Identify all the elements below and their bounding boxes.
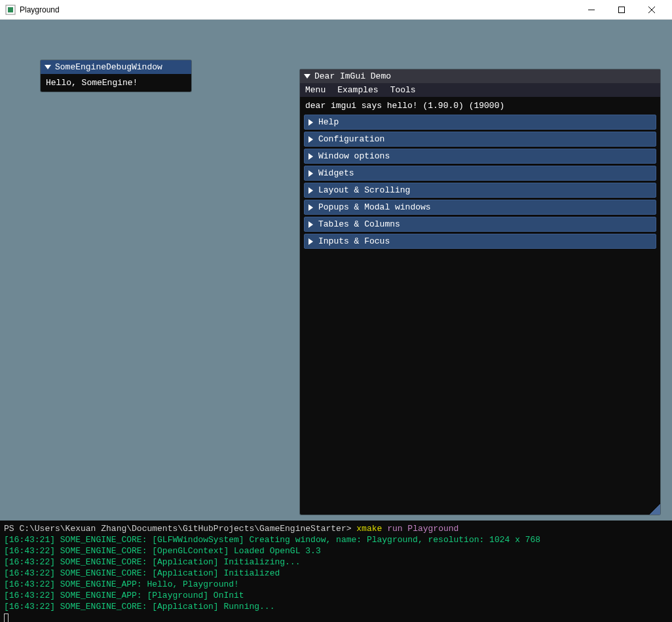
- demo-menubar: Menu Examples Tools: [300, 83, 660, 97]
- tree-header-label: Widgets: [318, 168, 354, 178]
- svg-rect-3: [619, 7, 625, 12]
- expand-icon: [308, 119, 313, 126]
- tree-header-window-options[interactable]: Window options: [304, 149, 656, 164]
- tree-header-popups-modal[interactable]: Popups & Modal windows: [304, 200, 656, 215]
- terminal-args: run Playground: [387, 524, 458, 534]
- app-icon: [5, 5, 16, 15]
- demo-window-title: Dear ImGui Demo: [314, 71, 391, 81]
- tree-header-label: Help: [318, 117, 339, 127]
- demo-window-body: dear imgui says hello! (1.90.0) (19000) …: [300, 97, 660, 253]
- demo-window[interactable]: Dear ImGui Demo Menu Examples Tools dear…: [300, 69, 660, 515]
- resize-grip[interactable]: [650, 504, 660, 515]
- terminal[interactable]: PS C:\Users\Kexuan Zhang\Documents\GitHu…: [0, 521, 672, 622]
- tree-header-label: Popups & Modal windows: [318, 202, 431, 212]
- menu-item-tools[interactable]: Tools: [390, 85, 416, 95]
- tree-header-label: Layout & Scrolling: [318, 185, 410, 195]
- close-button[interactable]: [637, 0, 667, 20]
- terminal-log-line: [16:43:22] SOME_ENGINE_CORE: [Applicatio…: [4, 568, 280, 578]
- tree-header-label: Tables & Columns: [318, 219, 400, 229]
- terminal-command: xmake: [356, 524, 382, 534]
- maximize-button[interactable]: [607, 0, 637, 20]
- tree-header-label: Window options: [318, 151, 390, 161]
- expand-icon: [308, 187, 313, 194]
- minimize-button[interactable]: [576, 0, 607, 20]
- menu-item-menu[interactable]: Menu: [305, 85, 326, 95]
- expand-icon: [308, 238, 313, 245]
- collapse-icon[interactable]: [45, 65, 51, 69]
- terminal-log-line: [16:43:22] SOME_ENGINE_CORE: [Applicatio…: [4, 557, 300, 567]
- debug-window-titlebar[interactable]: SomeEngineDebugWindow: [41, 60, 191, 74]
- tree-header-help[interactable]: Help: [304, 115, 656, 130]
- tree-header-label: Configuration: [318, 134, 384, 144]
- svg-rect-1: [8, 7, 13, 12]
- terminal-log-line: [16:43:22] SOME_ENGINE_CORE: [OpenGLCont…: [4, 546, 321, 556]
- tree-header-inputs-focus[interactable]: Inputs & Focus: [304, 234, 656, 249]
- demo-greeting: dear imgui says hello! (1.90.0) (19000): [304, 100, 656, 115]
- viewport: SomeEngineDebugWindow Hello, SomeEngine!…: [0, 20, 672, 521]
- terminal-log-line: [16:43:22] SOME_ENGINE_APP: Hello, Playg…: [4, 579, 239, 589]
- expand-icon: [308, 204, 313, 211]
- os-titlebar: Playground: [0, 0, 672, 20]
- expand-icon: [308, 136, 313, 143]
- terminal-log-line: [16:43:22] SOME_ENGINE_APP: [Playground]…: [4, 591, 244, 600]
- terminal-cursor: [4, 613, 9, 622]
- window-title: Playground: [20, 5, 60, 14]
- terminal-log-line: [16:43:21] SOME_ENGINE_CORE: [GLFWWindow…: [4, 535, 540, 545]
- debug-window-title: SomeEngineDebugWindow: [55, 62, 162, 72]
- tree-header-tables-columns[interactable]: Tables & Columns: [304, 217, 656, 232]
- expand-icon: [308, 153, 313, 160]
- tree-header-label: Inputs & Focus: [318, 236, 390, 246]
- tree-header-layout-scrolling[interactable]: Layout & Scrolling: [304, 183, 656, 198]
- expand-icon: [308, 221, 313, 228]
- collapse-icon[interactable]: [304, 74, 310, 79]
- debug-window[interactable]: SomeEngineDebugWindow Hello, SomeEngine!: [41, 60, 191, 92]
- debug-window-body: Hello, SomeEngine!: [41, 74, 191, 92]
- terminal-log-line: [16:43:22] SOME_ENGINE_CORE: [Applicatio…: [4, 602, 274, 612]
- tree-header-widgets[interactable]: Widgets: [304, 166, 656, 181]
- terminal-prompt: PS C:\Users\Kexuan Zhang\Documents\GitHu…: [4, 524, 352, 534]
- tree-header-configuration[interactable]: Configuration: [304, 132, 656, 147]
- expand-icon: [308, 170, 313, 177]
- debug-window-text: Hello, SomeEngine!: [46, 78, 138, 88]
- demo-window-titlebar[interactable]: Dear ImGui Demo: [300, 69, 660, 83]
- menu-item-examples[interactable]: Examples: [337, 85, 378, 95]
